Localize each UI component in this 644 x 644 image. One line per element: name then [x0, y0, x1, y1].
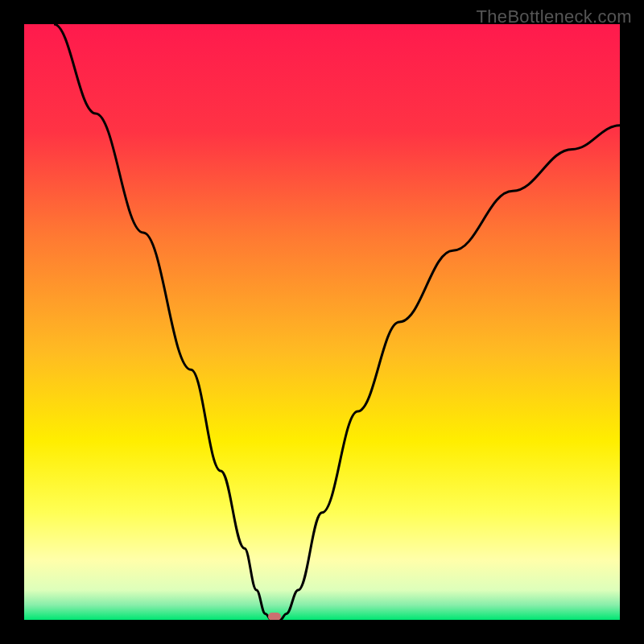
chart-container — [24, 24, 620, 620]
watermark-text: TheBottleneck.com — [477, 6, 632, 27]
bottleneck-curve — [24, 24, 620, 620]
optimal-marker — [268, 613, 281, 620]
